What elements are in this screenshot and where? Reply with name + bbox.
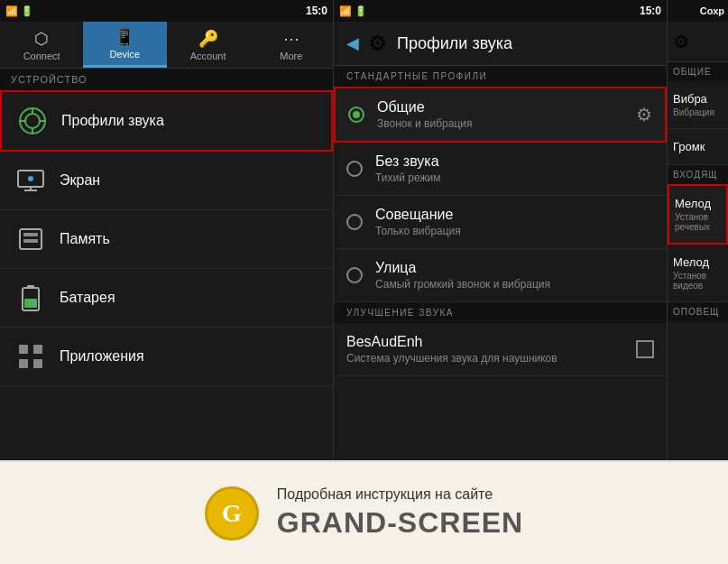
- sound-profiles-icon: [16, 105, 49, 137]
- p2-title-icon: ⚙: [368, 31, 388, 56]
- svg-point-9: [28, 176, 33, 181]
- standard-profiles-header: СТАНДАРТНЫЕ ПРОФИЛИ: [334, 66, 667, 87]
- profile-silent-text: Без звука Тихий режим: [375, 153, 654, 184]
- p2-status-time: 15:0: [640, 5, 661, 17]
- p3-incoming-header: ВХОДЯЩ: [668, 165, 728, 184]
- p2-battery-icon: 🔋: [355, 5, 367, 17]
- menu-item-sound-profiles[interactable]: Профили звука: [0, 90, 333, 152]
- device-icon: 📱: [115, 27, 134, 47]
- p2-title: Профили звука: [397, 34, 512, 53]
- p3-title-bar: ⚙: [668, 22, 728, 62]
- account-icon: 🔑: [198, 29, 218, 49]
- profile-silent-name: Без звука: [375, 153, 654, 170]
- bottom-banner: G Подробная инструкция на сайте GRAND-SC…: [0, 460, 728, 564]
- apps-label: Приложения: [60, 348, 144, 365]
- profile-meeting[interactable]: Совещание Только вибрация: [334, 196, 667, 249]
- status-bar-2: 📶 🔋 15:0: [334, 0, 667, 22]
- profile-street-text: Улица Самый громкий звонок и вибрация: [375, 260, 654, 291]
- profile-general-subtitle: Звонок и вибрация: [377, 117, 636, 130]
- menu-item-storage[interactable]: Память: [0, 210, 333, 269]
- profile-meeting-text: Совещание Только вибрация: [375, 207, 654, 237]
- back-arrow-icon[interactable]: ◀: [346, 33, 359, 53]
- besauden-name: BesAudEnh: [346, 334, 636, 350]
- profile-list: Общие Звонок и вибрация ⚙ Без звука Тихи…: [334, 87, 667, 460]
- radio-street: [346, 267, 363, 283]
- tab-more[interactable]: ⋯ More: [250, 22, 333, 68]
- status-bar-1: 📶 🔋 15:0: [0, 0, 333, 22]
- profile-general[interactable]: Общие Звонок и вибрация ⚙: [334, 87, 667, 143]
- p3-melody2-text: Мелод: [673, 255, 723, 269]
- svg-rect-11: [23, 233, 38, 236]
- svg-rect-12: [23, 239, 38, 243]
- enhance-item-besauden[interactable]: BesAudEnh Система улучшения звука для на…: [334, 323, 667, 376]
- besauden-text: BesAudEnh Система улучшения звука для на…: [346, 334, 636, 365]
- profile-silent[interactable]: Без звука Тихий режим: [334, 143, 667, 196]
- profile-gear-icon[interactable]: ⚙: [636, 104, 652, 125]
- svg-point-1: [25, 114, 40, 128]
- banner-title-part2: SCREEN: [398, 506, 523, 539]
- profile-meeting-subtitle: Только вибрация: [375, 225, 654, 237]
- svg-rect-16: [19, 345, 28, 354]
- menu-item-apps[interactable]: Приложения: [0, 328, 333, 386]
- device-section-header: УСТРОЙСТВО: [0, 69, 333, 90]
- svg-rect-18: [19, 359, 28, 368]
- device-menu-list: Профили звука Экран: [0, 90, 333, 460]
- p3-volume-item[interactable]: Громк: [668, 129, 728, 165]
- screen-label: Экран: [60, 172, 100, 189]
- battery-label: Батарея: [60, 290, 115, 306]
- panel-device-menu: 📶 🔋 15:0 ⬡ Connect 📱 Device 🔑 Account ⋯ …: [0, 0, 334, 460]
- besauden-subtitle: Система улучшения звука для наушников: [346, 352, 636, 365]
- p3-title-icon: ⚙: [673, 31, 689, 52]
- banner-title: GRAND-SCREEN: [277, 506, 523, 540]
- storage-label: Память: [60, 231, 110, 247]
- connect-icon: ⬡: [34, 29, 49, 49]
- profile-street[interactable]: Улица Самый громкий звонок и вибрация: [334, 249, 667, 302]
- panel-profile-settings: Сохр ⚙ ОБЩИЕ Вибра Вибрация Громк ВХОДЯЩ…: [668, 0, 728, 460]
- profile-meeting-name: Совещание: [375, 207, 654, 223]
- profile-street-name: Улица: [375, 260, 654, 276]
- p3-vibration-item[interactable]: Вибра Вибрация: [668, 81, 728, 129]
- p3-vibration-text: Вибра: [673, 92, 723, 106]
- radio-silent: [346, 161, 363, 177]
- p3-status-title: Сохр: [700, 5, 724, 16]
- screen-icon: [14, 164, 47, 197]
- panel-sound-profiles: 📶 🔋 15:0 ◀ ⚙ Профили звука СТАНДАРТНЫЕ П…: [334, 0, 668, 460]
- banner-text-group: Подробная инструкция на сайте GRAND-SCRE…: [277, 486, 523, 540]
- p3-melody2-item[interactable]: Мелод Установ видеов: [668, 245, 728, 302]
- p3-volume-text: Громк: [673, 140, 723, 153]
- battery-icon: 🔋: [21, 5, 33, 17]
- p2-status-icons: 📶 🔋: [339, 5, 367, 17]
- tab-connect[interactable]: ⬡ Connect: [0, 22, 83, 68]
- status-icons-left: 📶 🔋: [5, 5, 33, 17]
- banner-title-part1: GRAND-: [277, 506, 398, 539]
- banner-subtitle: Подробная инструкция на сайте: [277, 486, 523, 503]
- profile-silent-subtitle: Тихий режим: [375, 171, 654, 184]
- sound-profiles-label: Профили звука: [61, 113, 164, 129]
- profile-general-name: Общие: [377, 99, 636, 116]
- profile-street-subtitle: Самый громкий звонок и вибрация: [375, 278, 654, 291]
- more-icon: ⋯: [283, 29, 299, 49]
- battery-menu-icon: [14, 282, 47, 314]
- p3-melody2-subtext: Установ видеов: [673, 271, 723, 291]
- p2-signal-icon: 📶: [339, 5, 352, 17]
- tab-bar: ⬡ Connect 📱 Device 🔑 Account ⋯ More: [0, 22, 333, 69]
- p3-status-bar: Сохр: [668, 0, 728, 22]
- signal-icon: 📶: [5, 5, 18, 17]
- panel2-title-bar: ◀ ⚙ Профили звука: [334, 22, 667, 66]
- menu-item-screen[interactable]: Экран: [0, 152, 333, 210]
- besauden-checkbox[interactable]: [636, 340, 654, 358]
- p3-melody1-text: Мелод: [675, 197, 721, 210]
- profile-general-text: Общие Звонок и вибрация: [377, 99, 636, 130]
- menu-item-battery[interactable]: Батарея: [0, 269, 333, 328]
- banner-logo-letter: G: [222, 499, 242, 528]
- tab-device[interactable]: 📱 Device: [83, 22, 166, 68]
- p3-general-header: ОБЩИЕ: [668, 62, 728, 81]
- storage-icon: [14, 223, 47, 255]
- radio-general: [348, 106, 364, 123]
- tab-account[interactable]: 🔑 Account: [167, 22, 250, 68]
- radio-meeting: [346, 214, 363, 230]
- p3-notification-header: ОПОВЕЩ: [668, 302, 728, 321]
- status-time-1: 15:0: [306, 5, 327, 17]
- enhance-sound-header: УЛУЧШЕНИЕ ЗВУКА: [334, 302, 667, 323]
- p3-melody1-item[interactable]: Мелод Установ речевых: [668, 184, 728, 245]
